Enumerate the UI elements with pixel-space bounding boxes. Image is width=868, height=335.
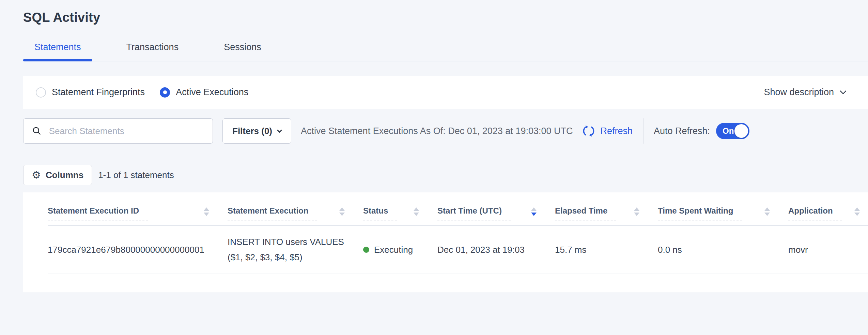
column-header-start-time[interactable]: Start Time (UTC) bbox=[437, 206, 555, 225]
tab-transactions[interactable]: Transactions bbox=[115, 42, 190, 61]
sort-icon[interactable] bbox=[854, 207, 860, 216]
radio-selected-icon[interactable] bbox=[160, 87, 170, 98]
column-header-application[interactable]: Application bbox=[788, 206, 868, 225]
show-description-label: Show description bbox=[764, 87, 834, 98]
cell-statement-execution-id: 179cca7921e679b80000000000000001 bbox=[48, 245, 228, 255]
gear-icon: ⚙ bbox=[32, 170, 41, 180]
radio-unselected-icon[interactable] bbox=[36, 87, 46, 98]
as-of-timestamp: Active Statement Executions As Of: Dec 0… bbox=[301, 126, 573, 136]
column-header-elapsed-time[interactable]: Elapsed Time bbox=[555, 206, 658, 225]
search-box[interactable] bbox=[23, 118, 213, 144]
filters-button[interactable]: Filters (0) bbox=[222, 118, 291, 144]
search-input[interactable] bbox=[49, 126, 206, 136]
column-header-statement-execution[interactable]: Statement Execution bbox=[228, 206, 363, 225]
tab-bar: Statements Transactions Sessions bbox=[23, 42, 868, 61]
column-header-status[interactable]: Status bbox=[363, 206, 437, 225]
view-mode-card: Statement Fingerprints Active Executions… bbox=[23, 76, 868, 109]
filters-button-label: Filters (0) bbox=[232, 126, 272, 136]
column-header-time-spent-waiting[interactable]: Time Spent Waiting bbox=[658, 206, 788, 225]
tab-sessions[interactable]: Sessions bbox=[213, 42, 273, 61]
radio-statement-fingerprints[interactable]: Statement Fingerprints bbox=[36, 87, 145, 98]
table-controls: ⚙ Columns 1-1 of 1 statements bbox=[23, 165, 868, 185]
sort-icon[interactable] bbox=[764, 207, 770, 216]
columns-button-label: Columns bbox=[46, 170, 83, 180]
auto-refresh-label: Auto Refresh: bbox=[654, 126, 710, 136]
show-description-toggle[interactable]: Show description bbox=[764, 87, 846, 98]
refresh-icon bbox=[582, 124, 596, 138]
search-icon bbox=[32, 125, 42, 137]
auto-refresh-toggle-state: On bbox=[723, 126, 734, 136]
page-title: SQL Activity bbox=[23, 10, 868, 25]
cell-application: movr bbox=[788, 245, 868, 255]
cell-statement-execution: INSERT INTO users VALUES ($1, $2, $3, $4… bbox=[228, 234, 363, 265]
refresh-label: Refresh bbox=[600, 126, 633, 136]
chevron-down-icon bbox=[277, 127, 282, 133]
auto-refresh-toggle[interactable]: On bbox=[716, 123, 749, 139]
sort-icon[interactable] bbox=[339, 207, 345, 216]
chevron-down-icon bbox=[840, 88, 847, 94]
table-header-row: Statement Execution ID Statement Executi… bbox=[48, 192, 868, 226]
columns-button[interactable]: ⚙ Columns bbox=[23, 165, 92, 185]
status-executing-dot bbox=[363, 247, 369, 253]
view-mode-radio-group: Statement Fingerprints Active Executions bbox=[36, 87, 248, 98]
radio-active-executions-label: Active Executions bbox=[176, 87, 248, 98]
toggle-knob[interactable] bbox=[734, 124, 748, 138]
result-count: 1-1 of 1 statements bbox=[98, 170, 174, 180]
cell-time-spent-waiting: 0.0 ns bbox=[658, 245, 788, 255]
column-header-statement-execution-id[interactable]: Statement Execution ID bbox=[48, 206, 228, 225]
sort-icon[interactable] bbox=[204, 207, 209, 216]
toolbar-divider bbox=[644, 118, 644, 144]
toolbar: Filters (0) Active Statement Executions … bbox=[23, 118, 868, 144]
sort-icon[interactable] bbox=[634, 207, 639, 216]
radio-statement-fingerprints-label: Statement Fingerprints bbox=[52, 87, 145, 98]
sort-icon[interactable] bbox=[414, 207, 419, 216]
cell-status: Executing bbox=[363, 245, 437, 255]
tab-statements[interactable]: Statements bbox=[23, 42, 92, 61]
sort-icon-active-desc[interactable] bbox=[531, 207, 537, 216]
cell-start-time: Dec 01, 2023 at 19:03 bbox=[437, 245, 555, 255]
status-label: Executing bbox=[374, 245, 413, 255]
statements-table: Statement Execution ID Statement Executi… bbox=[23, 192, 868, 292]
refresh-link[interactable]: Refresh bbox=[582, 124, 633, 138]
radio-active-executions[interactable]: Active Executions bbox=[160, 87, 248, 98]
table-row[interactable]: 179cca7921e679b80000000000000001 INSERT … bbox=[48, 226, 868, 274]
cell-elapsed-time: 15.7 ms bbox=[555, 245, 658, 255]
